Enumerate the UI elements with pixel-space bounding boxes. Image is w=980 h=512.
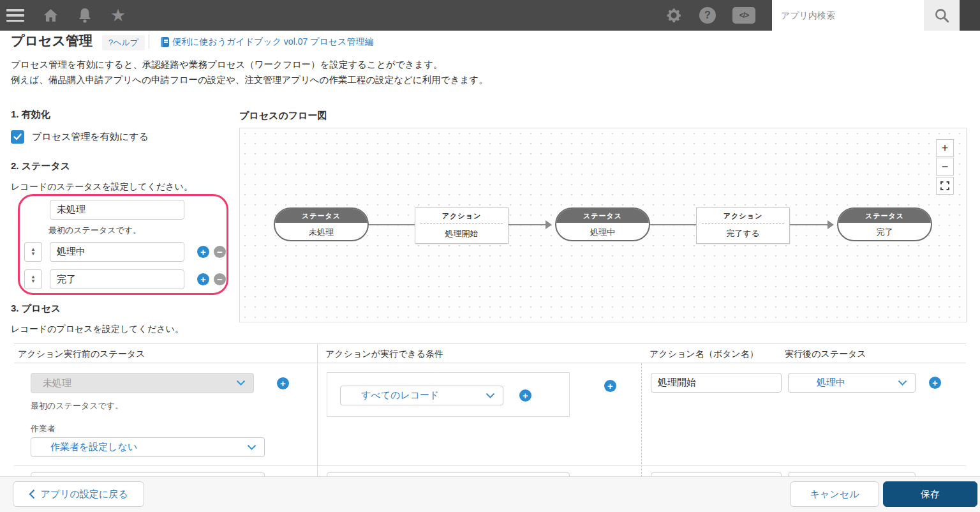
assignee-select[interactable]: 作業者を設定しない <box>31 437 265 457</box>
remove-status-button[interactable]: − <box>214 246 226 258</box>
col-after-status: 実行後のステータス <box>785 349 866 360</box>
section-process-heading: 3. プロセス <box>11 303 61 315</box>
condition-select[interactable]: すべてのレコード <box>340 386 503 405</box>
zoom-out-button[interactable]: − <box>936 158 954 176</box>
fullscreen-button[interactable] <box>936 177 954 195</box>
topbar-end <box>960 0 980 31</box>
search-icon <box>933 7 950 24</box>
add-status-button[interactable]: + <box>197 246 209 258</box>
topbar: ★ ? </> <box>0 0 980 31</box>
code-api-icon[interactable]: </> <box>732 7 755 24</box>
column-divider-dashed <box>641 363 642 477</box>
add-condition-group-button[interactable]: + <box>604 380 616 392</box>
fullscreen-icon <box>940 181 949 190</box>
book-icon <box>161 37 169 47</box>
status-3-reorder-handle[interactable]: ▲▼ <box>24 269 42 289</box>
flow-action-node[interactable]: アクション 処理開始 <box>415 207 509 244</box>
chevron-down-icon <box>486 390 495 402</box>
process-instruction: レコードのプロセスを設定してください。 <box>11 324 184 335</box>
guidebook-link-label: 便利に使おうガイドブック vol.07 プロセス管理編 <box>172 36 373 48</box>
column-divider <box>317 344 318 477</box>
help-link[interactable]: ?ヘルプ <box>102 35 145 50</box>
flow-connector <box>650 224 696 225</box>
favorites-star-icon[interactable]: ★ <box>110 7 126 24</box>
col-before-status: アクション実行前のステータス <box>18 349 145 360</box>
flow-status-node[interactable]: ステータス 完了 <box>837 207 932 241</box>
description-line2: 例えば、備品購入申請アプリへの申請フローの設定や、注文管理アプリへの作業工程の設… <box>11 74 488 86</box>
checkbox-checked-icon <box>11 130 24 144</box>
header-divider <box>149 34 149 49</box>
gear-settings-icon[interactable] <box>665 6 683 24</box>
after-status-select[interactable]: 処理中 <box>788 373 916 393</box>
zoom-in-button[interactable]: + <box>936 139 954 157</box>
flow-status-node[interactable]: ステータス 処理中 <box>555 207 650 241</box>
condition-group-box: すべてのレコード + <box>327 372 570 417</box>
chevron-down-icon <box>236 377 246 389</box>
footer-bar: アプリの設定に戻る キャンセル 保存 <box>0 476 980 512</box>
process-table-header: アクション実行前のステータス アクションが実行できる条件 アクション名（ボタン名… <box>14 344 966 363</box>
home-icon[interactable] <box>42 7 59 24</box>
remove-status-button[interactable]: − <box>214 273 226 285</box>
notifications-bell-icon[interactable] <box>77 7 93 24</box>
flow-connector <box>790 224 828 225</box>
assignee-label: 作業者 <box>31 423 56 435</box>
page-title: プロセス管理 <box>11 32 93 50</box>
chevron-down-icon <box>247 442 256 453</box>
hamburger-menu-icon[interactable] <box>6 9 24 22</box>
chevron-left-icon <box>29 489 35 499</box>
add-status-button[interactable]: + <box>197 273 209 285</box>
first-status-note: 最初のステータスです。 <box>48 225 141 236</box>
add-after-status-button[interactable]: + <box>929 377 941 389</box>
flow-connector <box>369 224 415 225</box>
status-input-3[interactable] <box>50 269 184 289</box>
section-status-heading: 2. ステータス <box>11 160 70 172</box>
before-status-select[interactable]: 未処理 <box>31 373 254 393</box>
flow-arrowhead-icon <box>828 220 834 229</box>
description-line1: プロセス管理を有効にすると、承認経路や業務プロセス（ワークフロー）を設定すること… <box>11 59 443 71</box>
status-instruction: レコードのステータスを設定してください。 <box>11 181 193 193</box>
flow-connector <box>509 224 546 225</box>
flow-action-node[interactable]: アクション 完了する <box>696 207 790 244</box>
row-divider <box>14 465 966 466</box>
enable-process-checkbox[interactable]: プロセス管理を有効にする <box>11 130 149 144</box>
enable-process-label: プロセス管理を有効にする <box>32 131 149 143</box>
back-to-app-settings-button[interactable]: アプリの設定に戻る <box>13 481 144 507</box>
col-condition: アクションが実行できる条件 <box>325 349 443 360</box>
process-table: アクション実行前のステータス アクションが実行できる条件 アクション名（ボタン名… <box>14 343 966 476</box>
search-button[interactable] <box>924 0 960 31</box>
section-activation-heading: 1. 有効化 <box>11 109 50 121</box>
flow-diagram-title: プロセスのフロー図 <box>239 110 327 122</box>
status-2-reorder-handle[interactable]: ▲▼ <box>24 242 42 262</box>
status-input-2[interactable] <box>50 242 184 262</box>
action-name-input[interactable] <box>651 373 782 393</box>
flow-diagram-canvas[interactable]: ステータス 未処理 アクション 処理開始 ステータス 処理中 アクション 完了す… <box>239 128 967 322</box>
cancel-button[interactable]: キャンセル <box>790 481 879 507</box>
add-process-row-button[interactable]: + <box>277 377 289 389</box>
help-question-icon[interactable]: ? <box>699 7 716 24</box>
diagram-zoom-controls: + − <box>936 139 954 195</box>
guidebook-link[interactable]: 便利に使おうガイドブック vol.07 プロセス管理編 <box>161 36 373 48</box>
flow-status-node[interactable]: ステータス 未処理 <box>274 207 369 241</box>
flow-arrowhead-icon <box>546 220 552 229</box>
chevron-down-icon <box>898 377 907 389</box>
status-input-1[interactable] <box>50 200 184 220</box>
col-action-name: アクション名（ボタン名） <box>650 349 759 360</box>
before-status-note: 最初のステータスです。 <box>31 400 123 412</box>
save-button[interactable]: 保存 <box>883 481 977 507</box>
app-search-input[interactable] <box>772 0 924 31</box>
add-condition-button[interactable]: + <box>519 389 531 402</box>
